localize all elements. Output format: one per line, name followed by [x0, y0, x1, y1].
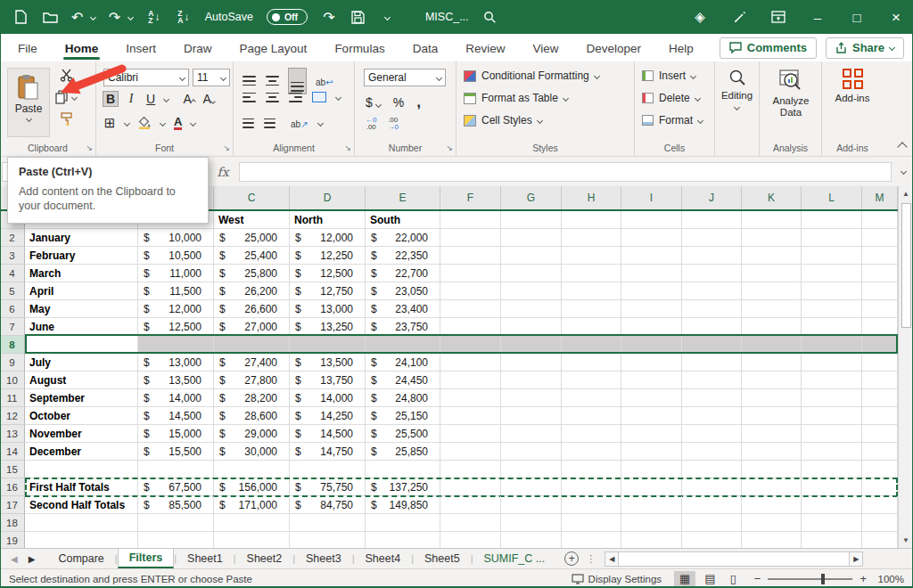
- cell-D4[interactable]: $12,500: [290, 265, 366, 282]
- cell-E2[interactable]: $22,000: [366, 229, 440, 247]
- cell-F16[interactable]: [440, 478, 501, 496]
- column-header-J[interactable]: J: [682, 186, 742, 209]
- cell-C2[interactable]: $25,000: [214, 229, 290, 247]
- cell-M1[interactable]: [862, 211, 898, 229]
- cell-E18[interactable]: [366, 514, 440, 532]
- new-file-icon[interactable]: [12, 6, 29, 28]
- row-header-11[interactable]: 11: [0, 389, 25, 407]
- cell-G11[interactable]: [501, 389, 562, 407]
- row-header-17[interactable]: 17: [0, 496, 25, 514]
- cell-J2[interactable]: [682, 229, 742, 247]
- font-color-dropdown-icon[interactable]: [190, 119, 196, 126]
- cell-L10[interactable]: [802, 372, 862, 389]
- cell-K7[interactable]: [742, 318, 802, 336]
- page-break-view-button[interactable]: ▯: [725, 571, 742, 586]
- cell-K9[interactable]: [742, 354, 802, 372]
- cell-F17[interactable]: [440, 496, 501, 514]
- cell-B2[interactable]: $10,000: [138, 229, 214, 247]
- collapse-ribbon-chevron-icon[interactable]: [897, 142, 907, 151]
- cell-G15[interactable]: [501, 461, 562, 478]
- cell-K10[interactable]: [742, 372, 802, 389]
- cell-D1[interactable]: North: [290, 211, 366, 229]
- display-settings-button[interactable]: Display Settings: [572, 574, 662, 584]
- cell-M10[interactable]: [862, 372, 898, 389]
- cell-E4[interactable]: $22,700: [366, 265, 440, 282]
- cell-E6[interactable]: $23,400: [366, 300, 440, 318]
- cell-D8[interactable]: [290, 336, 366, 354]
- cell-F12[interactable]: [440, 407, 501, 425]
- cell-J17[interactable]: [682, 496, 742, 514]
- cell-K8[interactable]: [742, 336, 802, 354]
- orientation-button[interactable]: ab↗: [291, 115, 308, 131]
- cell-K17[interactable]: [742, 496, 802, 514]
- cell-D13[interactable]: $14,500: [290, 425, 366, 443]
- cell-H10[interactable]: [562, 372, 621, 389]
- font-color-button[interactable]: A: [174, 116, 182, 130]
- cell-J18[interactable]: [682, 514, 742, 532]
- cell-G4[interactable]: [501, 265, 562, 282]
- cell-I15[interactable]: [621, 461, 682, 478]
- sort-az-icon[interactable]: AZ↓: [146, 6, 162, 28]
- cell-C9[interactable]: $27,400: [214, 354, 290, 372]
- cell-E5[interactable]: $23,050: [366, 282, 440, 300]
- cell-H3[interactable]: [562, 247, 621, 265]
- cell-M5[interactable]: [862, 282, 898, 300]
- cell-K5[interactable]: [742, 282, 802, 300]
- comma-button[interactable]: ,: [416, 94, 421, 111]
- cell-G18[interactable]: [501, 514, 562, 532]
- orientation-dropdown-icon[interactable]: [317, 119, 323, 126]
- sheet-tab-filters[interactable]: Filters: [118, 549, 175, 568]
- row-header-10[interactable]: 10: [0, 372, 25, 389]
- cell-F19[interactable]: [440, 532, 501, 548]
- row-header-4[interactable]: 4: [0, 265, 25, 282]
- clipboard-dialog-launcher[interactable]: ↘: [86, 143, 93, 152]
- cell-C5[interactable]: $26,200: [214, 282, 290, 300]
- cell-E1[interactable]: South: [366, 211, 440, 229]
- cell-A8[interactable]: [25, 336, 138, 354]
- cell-H16[interactable]: [562, 478, 621, 496]
- cell-J1[interactable]: [682, 211, 742, 229]
- open-folder-icon[interactable]: [42, 6, 58, 28]
- cell-A13[interactable]: November: [25, 425, 138, 443]
- minimize-button[interactable]: –: [810, 6, 826, 28]
- quick-access-dropdown-icon[interactable]: [380, 6, 396, 28]
- percent-button[interactable]: %: [393, 95, 404, 110]
- cell-C17[interactable]: $171,000: [214, 496, 290, 514]
- decrease-indent-button[interactable]: [243, 118, 254, 128]
- cell-F18[interactable]: [440, 514, 501, 532]
- cell-K19[interactable]: [742, 532, 802, 548]
- cell-I7[interactable]: [621, 318, 682, 336]
- normal-view-button[interactable]: ▦: [674, 571, 695, 586]
- format-painter-button[interactable]: [55, 112, 77, 126]
- cell-I1[interactable]: [621, 211, 682, 229]
- cell-E17[interactable]: $149,850: [366, 496, 440, 514]
- column-header-H[interactable]: H: [562, 186, 621, 209]
- cell-M12[interactable]: [862, 407, 898, 425]
- column-header-C[interactable]: C: [214, 186, 290, 209]
- tab-file[interactable]: File: [16, 37, 39, 60]
- cell-L2[interactable]: [802, 229, 862, 247]
- cell-B7[interactable]: $12,500: [138, 318, 214, 336]
- cell-M15[interactable]: [862, 461, 898, 478]
- cell-B10[interactable]: $13,500: [138, 372, 214, 389]
- cell-A18[interactable]: [25, 514, 138, 532]
- cell-H18[interactable]: [562, 514, 621, 532]
- borders-button[interactable]: ⊞: [103, 115, 116, 131]
- cell-F15[interactable]: [440, 461, 501, 478]
- cell-G8[interactable]: [501, 336, 562, 354]
- cell-F3[interactable]: [440, 247, 501, 265]
- cell-G10[interactable]: [501, 372, 562, 389]
- tab-formulas[interactable]: Formulas: [333, 37, 386, 60]
- cell-K16[interactable]: [742, 478, 802, 496]
- save-icon[interactable]: [350, 6, 366, 28]
- cell-B3[interactable]: $10,500: [138, 247, 214, 265]
- cell-G12[interactable]: [501, 407, 562, 425]
- cell-styles-button[interactable]: Cell Styles: [464, 114, 542, 127]
- cell-A3[interactable]: February: [25, 247, 138, 265]
- cell-C18[interactable]: [214, 514, 290, 532]
- undo-button[interactable]: ↶: [71, 6, 95, 28]
- cell-I17[interactable]: [621, 496, 682, 514]
- cell-J4[interactable]: [682, 265, 742, 282]
- format-cells-button[interactable]: Format: [642, 114, 703, 127]
- cell-H13[interactable]: [562, 425, 621, 443]
